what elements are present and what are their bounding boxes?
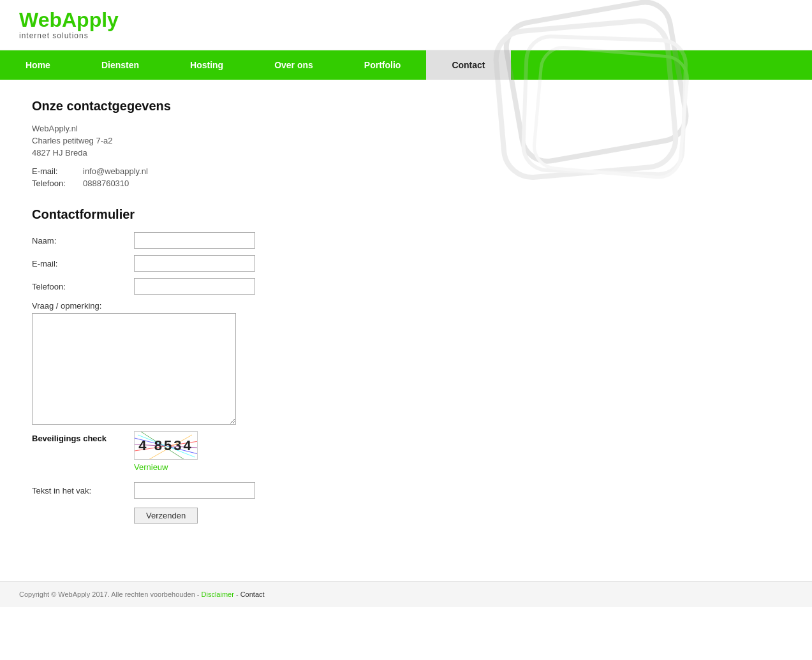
email-input[interactable] xyxy=(134,255,255,272)
nav-diensten[interactable]: Diensten xyxy=(76,50,165,80)
email-label: E-mail: xyxy=(32,166,83,176)
phone-row: Telefoon: 0888760310 xyxy=(32,179,542,188)
nav-home[interactable]: Home xyxy=(0,50,76,80)
email-row: E-mail: info@webapply.nl xyxy=(32,166,542,176)
address-line2: 4827 HJ Breda xyxy=(32,148,542,158)
footer-copyright: Copyright © WebApply 2017. Alle rechten … xyxy=(19,590,199,598)
captcha-right: 4 8534 Vernieuw xyxy=(134,431,198,472)
tekst-row: Tekst in het vak: xyxy=(32,482,542,499)
contact-info-heading: Onze contactgegevens xyxy=(32,99,542,114)
nav-over-ons[interactable]: Over ons xyxy=(249,50,339,80)
vraag-row: Vraag / opmerking: xyxy=(32,301,542,425)
logo-part1: Web xyxy=(19,8,62,31)
contact-table: E-mail: info@webapply.nl Telefoon: 08887… xyxy=(32,166,542,188)
company-name: WebApply.nl xyxy=(32,124,542,133)
phone-value: 0888760310 xyxy=(83,179,129,188)
email-value: info@webapply.nl xyxy=(83,166,148,176)
footer-disclaimer-link[interactable]: Disclaimer xyxy=(202,590,234,598)
captcha-code: 4 8534 xyxy=(138,437,193,454)
tekst-label: Tekst in het vak: xyxy=(32,486,134,495)
captcha-label: Beveiligings check xyxy=(32,431,134,443)
captcha-image: 4 8534 xyxy=(134,431,198,460)
main-content: Onze contactgegevens WebApply.nl Charles… xyxy=(0,80,574,555)
vraag-textarea[interactable] xyxy=(32,313,236,425)
naam-label: Naam: xyxy=(32,236,134,246)
nav-contact[interactable]: Contact xyxy=(426,50,510,80)
naam-row: Naam: xyxy=(32,232,542,249)
footer-contact-link[interactable]: Contact xyxy=(240,590,265,598)
nav-hosting[interactable]: Hosting xyxy=(165,50,249,80)
telefoon-label: Telefoon: xyxy=(32,282,134,291)
navigation: Home Diensten Hosting Over ons Portfolio… xyxy=(0,50,812,80)
telefoon-row: Telefoon: xyxy=(32,278,542,295)
form-heading: Contactformulier xyxy=(32,207,542,222)
footer-separator: - xyxy=(236,590,239,598)
submit-row: Verzenden xyxy=(32,508,542,524)
nav-portfolio[interactable]: Portfolio xyxy=(339,50,427,80)
logo: WebApply xyxy=(19,10,119,30)
captcha-refresh[interactable]: Vernieuw xyxy=(134,462,168,472)
captcha-section: Beveiligings check 4 8534 Vernieuw xyxy=(32,431,542,472)
logo-subtitle: internet solutions xyxy=(19,31,119,40)
email-form-label: E-mail: xyxy=(32,259,134,268)
footer: Copyright © WebApply 2017. Alle rechten … xyxy=(0,581,812,607)
email-form-row: E-mail: xyxy=(32,255,542,272)
contact-info-section: Onze contactgegevens WebApply.nl Charles… xyxy=(32,99,542,188)
vraag-label: Vraag / opmerking: xyxy=(32,301,542,311)
tekst-input[interactable] xyxy=(134,482,255,499)
naam-input[interactable] xyxy=(134,232,255,249)
address-line1: Charles petitweg 7-a2 xyxy=(32,136,542,145)
header: WebApply internet solutions xyxy=(0,0,812,50)
logo-area: WebApply internet solutions xyxy=(19,10,119,40)
logo-part2: Apply xyxy=(62,8,119,31)
contact-details: WebApply.nl Charles petitweg 7-a2 4827 H… xyxy=(32,124,542,158)
submit-button[interactable]: Verzenden xyxy=(134,508,198,524)
telefoon-input[interactable] xyxy=(134,278,255,295)
phone-label: Telefoon: xyxy=(32,179,83,188)
contact-form-section: Contactformulier Naam: E-mail: Telefoon:… xyxy=(32,207,542,524)
